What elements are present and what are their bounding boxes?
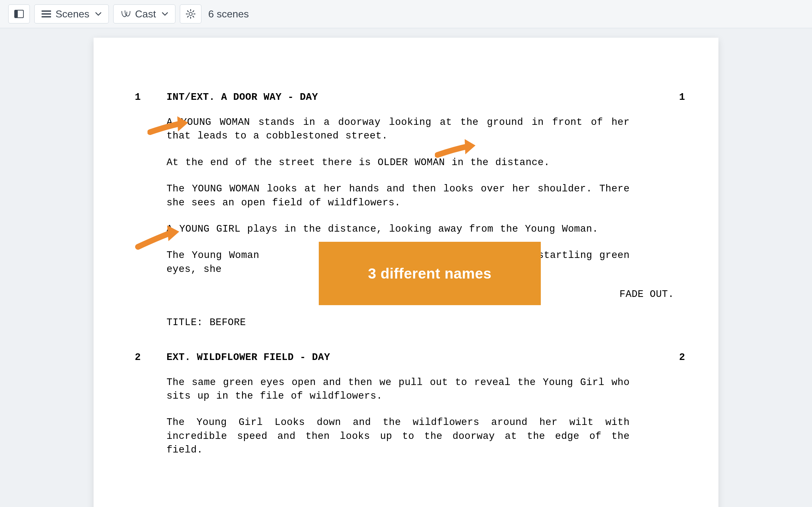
chevron-down-icon: [95, 12, 101, 16]
scene-heading[interactable]: INT/EXT. A DOOR WAY - DAY: [166, 92, 655, 103]
svg-rect-2: [42, 10, 51, 12]
masks-icon: [120, 10, 131, 18]
svg-line-12: [193, 11, 194, 12]
toolbar: Scenes Cast 6 scenes: [0, 0, 812, 28]
scene-count-status: 6 scenes: [208, 8, 249, 20]
action-line[interactable]: A YOUNG GIRL plays in the distance, look…: [166, 222, 629, 236]
svg-line-11: [193, 16, 194, 17]
action-line[interactable]: The same green eyes open and then we pul…: [166, 376, 629, 403]
title-card[interactable]: TITLE: BEFORE: [166, 316, 629, 329]
svg-line-13: [188, 16, 189, 17]
list-icon: [42, 10, 51, 18]
scene-number-right: 2: [679, 352, 685, 363]
svg-rect-1: [14, 10, 18, 18]
svg-rect-4: [42, 16, 51, 17]
gear-icon: [186, 9, 195, 19]
annotation-text: 3 different names: [368, 265, 491, 282]
panel-toggle-button[interactable]: [8, 4, 30, 23]
action-line[interactable]: The YOUNG WOMAN looks at her hands and t…: [166, 182, 629, 210]
action-line[interactable]: The Young Girl Looks down and the wildfl…: [166, 415, 629, 457]
scene-block: 2 2 EXT. WILDFLOWER FIELD - DAY The same…: [138, 352, 655, 457]
chevron-down-icon: [162, 12, 168, 16]
svg-point-5: [189, 12, 192, 15]
cast-dropdown[interactable]: Cast: [113, 4, 175, 23]
cast-label: Cast: [135, 8, 156, 20]
svg-line-10: [188, 11, 189, 12]
scene-number-left: 1: [135, 92, 141, 103]
settings-button[interactable]: [180, 4, 201, 23]
annotation-callout: 3 different names: [319, 242, 541, 305]
panel-icon: [14, 10, 24, 18]
svg-rect-3: [42, 13, 51, 14]
scenes-dropdown[interactable]: Scenes: [34, 4, 109, 23]
action-line[interactable]: A YOUNG WOMAN stands in a doorway lookin…: [166, 115, 629, 143]
scene-number-right: 1: [679, 92, 685, 103]
scene-number-left: 2: [135, 352, 141, 363]
action-line[interactable]: At the end of the street there is OLDER …: [166, 156, 629, 169]
scene-heading[interactable]: EXT. WILDFLOWER FIELD - DAY: [166, 352, 655, 363]
workspace: 1 1 INT/EXT. A DOOR WAY - DAY A YOUNG WO…: [0, 28, 812, 507]
script-page: 1 1 INT/EXT. A DOOR WAY - DAY A YOUNG WO…: [94, 38, 718, 507]
scenes-label: Scenes: [55, 8, 90, 20]
